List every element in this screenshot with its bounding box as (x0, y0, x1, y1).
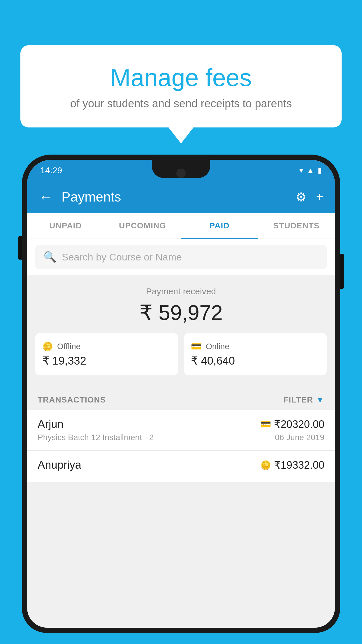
transaction-amount-wrap: 🪙 ₹19332.00 (260, 459, 324, 471)
transaction-bottom: Physics Batch 12 Installment - 2 06 June… (38, 433, 324, 442)
online-amount: ₹ 40,640 (191, 354, 235, 367)
tab-upcoming[interactable]: UPCOMING (104, 213, 181, 239)
phone-outer: 14:29 ▾ ▲ ▮ ← Payments ⚙ + UNPAID (22, 155, 340, 633)
transaction-name: Arjun (38, 418, 64, 430)
speech-bubble-subtitle: of your students and send receipts to pa… (36, 97, 326, 110)
payment-total: ₹ 59,972 (35, 300, 327, 325)
app-bar-actions: ⚙ + (296, 190, 323, 204)
app-title: Payments (61, 189, 287, 205)
transactions-header: TRANSACTIONS FILTER ▼ (27, 387, 335, 410)
speech-bubble-title: Manage fees (36, 64, 326, 91)
offline-pay-icon: 🪙 (260, 460, 271, 470)
online-card: 💳 Online ₹ 40,640 (184, 333, 327, 375)
online-pay-icon: 💳 (260, 419, 271, 429)
online-label: Online (206, 342, 229, 351)
phone-notch (152, 160, 210, 178)
payment-cards: 🪙 Offline ₹ 19,332 💳 Online ₹ 40,640 (35, 333, 327, 375)
table-row[interactable]: Arjun 💳 ₹20320.00 Physics Batch 12 Insta… (27, 410, 335, 451)
payment-summary: Payment received ₹ 59,972 🪙 Offline ₹ 19… (27, 275, 335, 387)
speech-bubble: Manage fees of your students and send re… (20, 45, 342, 127)
search-input[interactable]: Search by Course or Name (62, 251, 182, 263)
offline-icon: 🪙 (42, 341, 53, 351)
transaction-date: 06 June 2019 (275, 433, 324, 442)
tab-unpaid[interactable]: UNPAID (27, 213, 104, 239)
transaction-amount-wrap: 💳 ₹20320.00 (260, 418, 324, 430)
add-icon[interactable]: + (316, 190, 323, 204)
phone-camera (176, 169, 186, 178)
status-icons: ▾ ▲ ▮ (299, 166, 322, 175)
filter-button[interactable]: FILTER ▼ (283, 395, 324, 405)
back-button[interactable]: ← (39, 189, 53, 205)
status-time: 14:29 (40, 165, 62, 175)
tab-students[interactable]: STUDENTS (258, 213, 335, 239)
signal-icon: ▲ (307, 166, 314, 175)
table-row[interactable]: Anupriya 🪙 ₹19332.00 (27, 451, 335, 482)
search-container: 🔍 Search by Course or Name (27, 239, 335, 275)
phone-mockup: 14:29 ▾ ▲ ▮ ← Payments ⚙ + UNPAID (22, 155, 340, 644)
transaction-name: Anupriya (38, 459, 81, 471)
offline-label: Offline (57, 342, 80, 351)
transactions-label: TRANSACTIONS (38, 395, 106, 405)
tabs: UNPAID UPCOMING PAID STUDENTS (27, 213, 335, 239)
power-button (340, 254, 344, 289)
transaction-top: Arjun 💳 ₹20320.00 (38, 418, 324, 430)
transaction-amount: ₹19332.00 (274, 459, 324, 471)
settings-icon[interactable]: ⚙ (296, 190, 307, 204)
search-icon: 🔍 (43, 251, 57, 263)
offline-amount: ₹ 19,332 (42, 354, 86, 367)
transaction-amount: ₹20320.00 (274, 418, 324, 430)
search-bar[interactable]: 🔍 Search by Course or Name (35, 245, 327, 269)
online-icon: 💳 (191, 341, 202, 351)
app-bar: ← Payments ⚙ + (27, 181, 335, 213)
payment-received-label: Payment received (35, 286, 327, 296)
offline-card-header: 🪙 Offline (42, 341, 80, 351)
speech-bubble-container: Manage fees of your students and send re… (20, 45, 342, 127)
filter-icon: ▼ (316, 395, 324, 405)
transaction-detail: Physics Batch 12 Installment - 2 (38, 433, 154, 442)
wifi-icon: ▾ (299, 166, 303, 175)
phone-screen: 14:29 ▾ ▲ ▮ ← Payments ⚙ + UNPAID (27, 160, 335, 628)
filter-label: FILTER (283, 395, 313, 405)
transaction-top: Anupriya 🪙 ₹19332.00 (38, 459, 324, 471)
volume-button (18, 236, 22, 260)
offline-card: 🪙 Offline ₹ 19,332 (35, 333, 178, 375)
battery-icon: ▮ (318, 166, 322, 175)
online-card-header: 💳 Online (191, 341, 229, 351)
tab-paid[interactable]: PAID (181, 213, 258, 239)
